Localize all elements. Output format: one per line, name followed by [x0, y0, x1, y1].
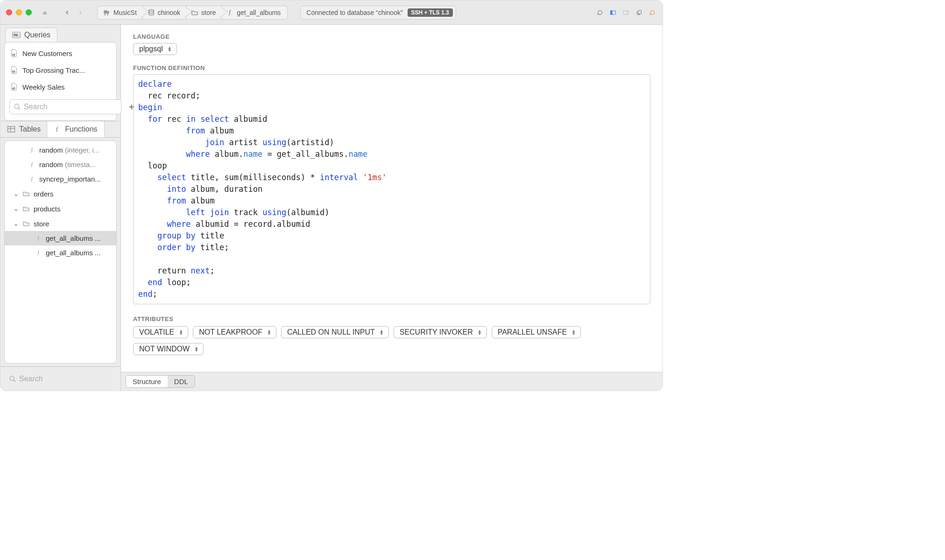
svg-rect-9 — [638, 10, 642, 14]
tab-ddl[interactable]: DDL — [168, 376, 195, 387]
zoom-window-button[interactable] — [26, 9, 32, 15]
tree-folder-item[interactable]: ⌄store — [5, 216, 116, 231]
function-icon — [35, 250, 42, 256]
query-label: Top Grossing Trac... — [22, 66, 85, 74]
queries-search-row: ＋ — [5, 96, 116, 118]
attribute-select[interactable]: PARALLEL UNSAFE▲▼ — [492, 326, 581, 338]
tab-tables[interactable]: Tables — [0, 121, 47, 137]
chevron-down-icon: ⌄ — [13, 189, 19, 198]
new-window-button[interactable] — [635, 8, 644, 17]
tree-search[interactable] — [5, 371, 116, 386]
queries-tab-label: Queries — [24, 31, 50, 39]
query-item[interactable]: sql Top Grossing Trac... — [5, 62, 116, 78]
main-body: LANGUAGE plpgsql ▲▼ FUNCTION DEFINITION … — [121, 25, 663, 372]
tree-function-item[interactable]: random (timesta... — [5, 157, 116, 172]
attribute-select[interactable]: SECURITY INVOKER▲▼ — [394, 326, 487, 338]
function-icon — [54, 126, 61, 133]
svg-rect-6 — [611, 11, 613, 14]
crumb-schema[interactable]: store — [186, 6, 222, 20]
search-icon — [9, 375, 16, 383]
tab-functions[interactable]: Functions — [47, 121, 104, 137]
svg-rect-7 — [624, 11, 629, 14]
attribute-select[interactable]: CALLED ON NULL INPUT▲▼ — [281, 326, 389, 338]
tree-function-item[interactable]: get_all_albums ... — [5, 231, 116, 245]
tree-search-input[interactable] — [19, 375, 113, 383]
forward-button[interactable] — [76, 8, 85, 17]
tree-item-label: orders — [34, 190, 54, 198]
refresh-button[interactable] — [595, 8, 605, 17]
connection-status[interactable]: Connected to database “chinook” SSH + TL… — [300, 6, 456, 20]
function-tree: random (integer, i...random (timesta...s… — [4, 140, 117, 364]
tab-label: Tables — [19, 125, 41, 133]
function-icon — [29, 147, 35, 154]
tree-function-item[interactable]: syncrep_importan... — [5, 172, 116, 186]
tree-item-label: store — [34, 220, 49, 228]
svg-rect-2 — [105, 13, 106, 15]
folder-icon — [22, 190, 30, 197]
crumb-label: store — [201, 9, 216, 16]
document-icon: sql — [10, 83, 18, 91]
minimize-window-button[interactable] — [16, 9, 22, 15]
left-panel-toggle[interactable] — [608, 8, 618, 17]
chevron-down-icon: ⌄ — [13, 219, 19, 228]
query-label: Weekly Sales — [22, 83, 65, 91]
tree-folder-item[interactable]: ⌄products — [5, 201, 116, 216]
attribute-select[interactable]: VOLATILE▲▼ — [133, 326, 188, 338]
close-window-button[interactable] — [6, 9, 12, 15]
main: LANGUAGE plpgsql ▲▼ FUNCTION DEFINITION … — [121, 25, 663, 391]
window-controls — [6, 9, 32, 15]
tree-search-row: ＋ — [0, 366, 120, 391]
svg-rect-16 — [8, 126, 15, 132]
table-icon — [7, 126, 15, 133]
tree-item-label: syncrep_importan... — [39, 175, 101, 183]
function-icon — [35, 235, 42, 242]
feedback-button[interactable] — [648, 8, 657, 17]
svg-point-4 — [148, 9, 154, 11]
query-item[interactable]: sql Weekly Sales — [5, 79, 116, 95]
folder-icon — [22, 220, 30, 227]
titlebar: MusicSt chinook store get_all_albums Con… — [0, 0, 663, 25]
crumb-database[interactable]: chinook — [142, 6, 186, 20]
attributes-row: VOLATILE▲▼NOT LEAKPROOF▲▼CALLED ON NULL … — [133, 326, 650, 355]
definition-label: FUNCTION DEFINITION — [133, 64, 650, 71]
function-icon — [29, 176, 35, 182]
crumb-project[interactable]: MusicSt — [97, 6, 143, 20]
queries-search[interactable] — [9, 99, 121, 114]
chevron-updown-icon: ▲▼ — [478, 329, 482, 335]
attribute-value: NOT LEAKPROOF — [199, 328, 262, 336]
tree-function-item[interactable]: get_all_albums ... — [5, 245, 116, 260]
svg-text:sql: sql — [12, 87, 15, 90]
svg-text:sql: sql — [12, 70, 15, 73]
language-value: plpgsql — [139, 45, 163, 53]
tree-folder-item[interactable]: ⌄orders — [5, 186, 116, 201]
elephant-icon — [102, 8, 111, 17]
main-footer: Structure DDL — [121, 372, 663, 391]
ssh-badge: SSH + TLS 1.3 — [408, 8, 453, 17]
status-text: Connected to database “chinook” — [306, 9, 402, 16]
tab-structure[interactable]: Structure — [126, 376, 168, 387]
sidebar-subtabs: Tables Functions — [0, 121, 120, 138]
right-panel-toggle[interactable] — [621, 8, 631, 17]
content: SQL Queries sql New Customers sql Top Gr… — [0, 25, 663, 391]
tree-function-item[interactable]: random (integer, i... — [5, 143, 116, 157]
folder-icon — [22, 205, 30, 212]
queries-search-input[interactable] — [24, 103, 117, 111]
back-button[interactable] — [63, 8, 72, 17]
chevron-updown-icon: ▲▼ — [571, 329, 576, 335]
language-select[interactable]: plpgsql ▲▼ — [133, 43, 177, 55]
svg-point-15 — [14, 104, 19, 108]
function-definition-editor[interactable]: declare rec record; begin for rec in sel… — [133, 74, 650, 304]
crumb-function[interactable]: get_all_albums — [221, 6, 288, 20]
function-icon — [226, 9, 234, 16]
attribute-select[interactable]: NOT LEAKPROOF▲▼ — [193, 326, 276, 338]
queries-tab[interactable]: SQL Queries — [5, 28, 57, 42]
attribute-value: SECURITY INVOKER — [400, 328, 473, 336]
attribute-value: CALLED ON NULL INPUT — [287, 328, 375, 336]
query-label: New Customers — [22, 49, 72, 57]
queries-list: sql New Customers sql Top Grossing Trac.… — [4, 42, 117, 121]
query-item[interactable]: sql New Customers — [5, 45, 116, 61]
attribute-select[interactable]: NOT WINDOW▲▼ — [133, 343, 204, 355]
eject-icon[interactable] — [40, 8, 49, 17]
crumb-label: chinook — [158, 9, 180, 16]
chevron-updown-icon: ▲▼ — [267, 329, 271, 335]
